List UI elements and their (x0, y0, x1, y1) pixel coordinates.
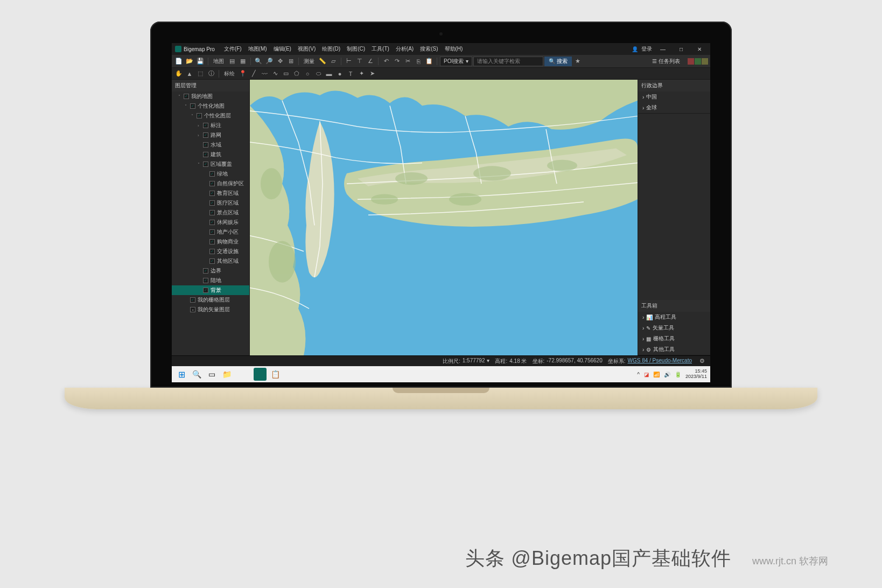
map-canvas[interactable] (250, 80, 638, 355)
tree-checkbox[interactable] (203, 278, 208, 283)
tree-checkbox[interactable] (197, 113, 202, 118)
tree-item-21[interactable]: 我的栅格图层 (172, 295, 249, 305)
tool-other[interactable]: › ⚙ 其他工具 (638, 344, 710, 355)
tree-item-10[interactable]: 教育区域 (172, 188, 249, 198)
hand-icon[interactable]: ✋ (174, 69, 184, 79)
copy-icon[interactable]: ⎘ (414, 57, 423, 66)
tree-checkbox[interactable] (184, 94, 189, 99)
menu-tools[interactable]: 工具(T) (369, 44, 392, 54)
search-input[interactable]: 请输入关键字检索 (473, 57, 543, 66)
tree-checkbox[interactable] (203, 132, 208, 138)
text-icon[interactable]: T (346, 69, 355, 79)
select-rect-icon[interactable]: ⬚ (195, 69, 205, 79)
tree-toggle-icon[interactable]: › (198, 123, 203, 128)
filled-circle-icon[interactable]: ● (335, 69, 345, 79)
polyline-icon[interactable]: 〰 (260, 69, 269, 79)
settings-icon[interactable]: ⚙ (697, 356, 707, 366)
tree-item-22[interactable]: 我的矢量图层 (172, 305, 249, 314)
tree-item-14[interactable]: 地产小区 (172, 227, 249, 237)
zoom-out-icon[interactable]: 🔎 (264, 57, 274, 66)
tree-checkbox[interactable] (209, 181, 215, 186)
menu-draw[interactable]: 绘图(D) (319, 44, 343, 54)
save-icon[interactable]: 💾 (195, 57, 205, 66)
menu-view[interactable]: 视图(V) (295, 44, 318, 54)
tree-checkbox[interactable] (209, 171, 215, 177)
filled-rect-icon[interactable]: ▬ (324, 69, 334, 79)
tree-item-3[interactable]: ›标注 (172, 121, 249, 130)
layers-icon[interactable]: ▤ (227, 57, 237, 66)
tool-raster[interactable]: › ▦ 栅格工具 (638, 333, 710, 344)
info-icon[interactable]: ⓘ (206, 69, 216, 79)
circle-icon[interactable]: ○ (303, 69, 312, 79)
tree-checkbox[interactable] (209, 191, 215, 196)
marker-icon[interactable]: 📍 (238, 69, 248, 79)
tool-vector[interactable]: › ✎ 矢量工具 (638, 323, 710, 333)
login-button[interactable]: 登录 (641, 45, 652, 53)
tree-item-0[interactable]: ˅我的地图 (172, 92, 249, 101)
tree-checkbox[interactable] (203, 268, 208, 274)
search-button[interactable]: 🔍 搜索 (544, 57, 572, 66)
curve-icon[interactable]: ∿ (270, 69, 280, 79)
new-icon[interactable]: 📄 (174, 57, 184, 66)
ellipse-icon[interactable]: ⬭ (313, 69, 323, 79)
measure-area-icon[interactable]: ▱ (328, 57, 338, 66)
start-button[interactable]: ⊞ (175, 368, 188, 381)
tree-item-20[interactable]: 背景 (172, 285, 249, 295)
measure-line-icon[interactable]: 📏 (318, 57, 327, 66)
favorite-icon[interactable]: ★ (573, 57, 583, 66)
poi-dropdown[interactable]: POI搜索 ▾ (440, 57, 472, 66)
tree-checkbox[interactable] (209, 210, 215, 215)
tree-checkbox[interactable] (203, 123, 208, 128)
menu-analysis[interactable]: 分析(A) (393, 44, 416, 54)
menu-help[interactable]: 帮助(H) (442, 44, 466, 54)
tree-checkbox[interactable] (203, 162, 208, 167)
tree-toggle-icon[interactable]: ˅ (198, 162, 203, 167)
menu-search[interactable]: 搜索(S) (417, 44, 440, 54)
tree-item-19[interactable]: 陆地 (172, 276, 249, 285)
line-icon[interactable]: ╱ (249, 69, 258, 79)
tree-item-8[interactable]: 绿地 (172, 169, 249, 179)
tree-item-1[interactable]: ˅个性化地图 (172, 101, 249, 111)
tree-checkbox[interactable] (209, 239, 215, 244)
tree-item-13[interactable]: 休闲娱乐 (172, 218, 249, 227)
tree-checkbox[interactable] (203, 152, 208, 157)
extent-icon[interactable]: ⊞ (286, 57, 296, 66)
menu-edit[interactable]: 编辑(E) (271, 44, 294, 54)
tray-clock[interactable]: 15:45 2023/9/11 (685, 369, 707, 380)
tree-toggle-icon[interactable]: ˅ (185, 104, 190, 109)
tree-item-15[interactable]: 购物商业 (172, 237, 249, 247)
tree-item-16[interactable]: 交通设施 (172, 247, 249, 256)
polygon-icon[interactable]: ⬠ (292, 69, 302, 79)
tool-elevation[interactable]: › 📊 高程工具 (638, 312, 710, 323)
app2-taskbar-icon[interactable]: 📋 (269, 368, 282, 381)
rect-icon[interactable]: ▭ (281, 69, 291, 79)
tree-item-7[interactable]: ˅区域覆盖 (172, 159, 249, 169)
ruler-h-icon[interactable]: ⊢ (344, 57, 354, 66)
tray-app-icon[interactable]: ◪ (644, 372, 649, 377)
tree-item-5[interactable]: 水域 (172, 140, 249, 150)
tray-battery-icon[interactable]: 🔋 (675, 372, 681, 377)
close-button[interactable]: ✕ (692, 44, 707, 54)
tree-item-11[interactable]: 医疗区域 (172, 198, 249, 208)
tray-volume-icon[interactable]: 🔊 (664, 372, 670, 377)
crs-value[interactable]: WGS 84 / Pseudo-Mercato (628, 358, 692, 365)
tree-checkbox[interactable] (190, 103, 195, 109)
undo-icon[interactable]: ↶ (381, 57, 391, 66)
explorer-icon[interactable]: 📁 (220, 368, 233, 381)
tree-item-18[interactable]: 边界 (172, 266, 249, 276)
menu-map[interactable]: 地图(M) (246, 44, 270, 54)
tray-up-icon[interactable]: ^ (637, 372, 640, 377)
pointer-icon[interactable]: ▲ (185, 69, 194, 79)
pan-icon[interactable]: ✥ (275, 57, 285, 66)
tree-checkbox[interactable] (203, 288, 208, 293)
angle-icon[interactable]: ∠ (366, 57, 375, 66)
grid-icon[interactable]: ▦ (238, 57, 248, 66)
tree-checkbox[interactable] (209, 249, 215, 254)
tree-item-6[interactable]: 建筑 (172, 150, 249, 159)
ruler-v-icon[interactable]: ⊤ (355, 57, 365, 66)
admin-global[interactable]: › 全球 (638, 102, 710, 113)
tray-wifi-icon[interactable]: 📶 (653, 372, 660, 377)
chevron-down-icon[interactable]: ▾ (487, 358, 489, 365)
arrow-icon[interactable]: ➤ (367, 69, 377, 79)
zoom-in-icon[interactable]: 🔍 (254, 57, 263, 66)
